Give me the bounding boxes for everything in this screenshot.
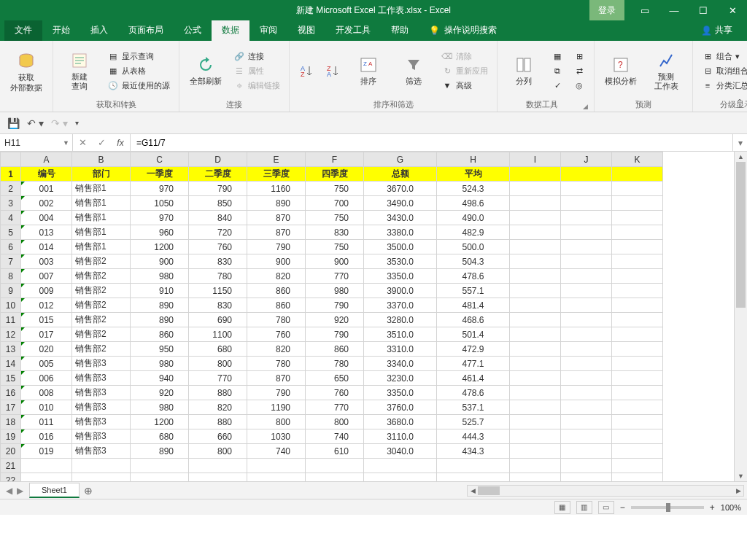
cell[interactable]: 780 — [247, 313, 306, 327]
cell[interactable]: 销售部2 — [72, 327, 131, 342]
cell[interactable] — [306, 459, 364, 473]
save-button[interactable]: 💾 — [7, 117, 20, 129]
cell[interactable] — [561, 371, 612, 386]
page-layout-view-button[interactable]: ▥ — [576, 501, 592, 514]
remove-duplicates-button[interactable]: ⧉ — [549, 64, 566, 77]
page-break-view-button[interactable]: ▭ — [598, 501, 614, 514]
zoom-level[interactable]: 100% — [721, 503, 741, 512]
cell[interactable]: 444.3 — [437, 429, 510, 444]
cell[interactable]: 700 — [306, 196, 364, 211]
group-button[interactable]: ⊞组合 ▾ — [699, 50, 747, 63]
cell[interactable]: 920 — [306, 313, 364, 327]
cell[interactable]: 980 — [131, 400, 189, 415]
row-header[interactable]: 18 — [1, 415, 21, 429]
cell[interactable]: 790 — [247, 240, 306, 254]
cell[interactable]: 003 — [21, 254, 72, 269]
cell[interactable]: 3110.0 — [364, 429, 437, 444]
cell[interactable] — [510, 254, 561, 269]
cell[interactable] — [612, 225, 663, 240]
cell[interactable] — [72, 473, 131, 482]
cell[interactable]: 790 — [306, 327, 364, 342]
scroll-down-icon[interactable]: ▼ — [735, 471, 747, 481]
cell[interactable]: 490.0 — [437, 211, 510, 225]
row-header[interactable]: 10 — [1, 298, 21, 313]
cell[interactable]: 780 — [306, 357, 364, 371]
cell[interactable] — [510, 211, 561, 225]
vertical-scrollbar[interactable]: ▲ ▼ — [734, 152, 747, 481]
spreadsheet-grid[interactable]: ABCDEFGHIJK1编号部门一季度二季度三季度四季度总额平均2001销售部1… — [0, 152, 747, 481]
cell[interactable]: 500.0 — [437, 240, 510, 254]
cell[interactable]: 830 — [306, 225, 364, 240]
row-header[interactable]: 11 — [1, 313, 21, 327]
cell[interactable]: 690 — [189, 313, 247, 327]
cell[interactable]: 3510.0 — [364, 327, 437, 342]
chevron-down-icon[interactable]: ▼ — [63, 139, 69, 147]
cell[interactable]: 477.1 — [437, 357, 510, 371]
clear-filter-button[interactable]: ⌫清除 — [438, 50, 491, 63]
cell[interactable] — [561, 386, 612, 400]
column-header[interactable]: K — [612, 152, 663, 167]
cell[interactable] — [612, 473, 663, 482]
cell[interactable]: 850 — [189, 196, 247, 211]
cell[interactable] — [510, 444, 561, 459]
cell[interactable]: 880 — [189, 415, 247, 429]
cell[interactable]: 840 — [189, 211, 247, 225]
cell[interactable]: 750 — [306, 240, 364, 254]
cell[interactable]: 013 — [21, 225, 72, 240]
cell[interactable]: 销售部1 — [72, 196, 131, 211]
new-query-button[interactable]: 新建 查询 — [59, 44, 100, 98]
formula-input[interactable] — [131, 134, 732, 151]
sheet-nav[interactable]: ◀▶ — [0, 486, 29, 496]
cell[interactable]: 3530.0 — [364, 254, 437, 269]
tab-file[interactable]: 文件 — [4, 20, 42, 41]
cell[interactable] — [561, 254, 612, 269]
cell[interactable]: 销售部2 — [72, 342, 131, 357]
consolidate-button[interactable]: ⊞ — [570, 50, 588, 63]
cell[interactable] — [437, 459, 510, 473]
cell[interactable]: 1200 — [131, 415, 189, 429]
cell[interactable] — [561, 444, 612, 459]
row-header[interactable]: 3 — [1, 196, 21, 211]
cell[interactable]: 860 — [131, 327, 189, 342]
cell[interactable]: 504.3 — [437, 254, 510, 269]
cell[interactable]: 478.6 — [437, 386, 510, 400]
cell[interactable]: 1160 — [247, 182, 306, 196]
cell[interactable]: 900 — [131, 254, 189, 269]
cell[interactable] — [561, 298, 612, 313]
cell[interactable]: 770 — [306, 269, 364, 284]
cell[interactable]: 1200 — [131, 240, 189, 254]
cell[interactable]: 790 — [306, 298, 364, 313]
column-header[interactable]: C — [131, 152, 189, 167]
row-header[interactable]: 2 — [1, 182, 21, 196]
ungroup-button[interactable]: ⊟取消组合 ▾ — [699, 64, 747, 77]
cancel-formula-button[interactable]: ✕ — [73, 137, 92, 148]
row-header[interactable]: 12 — [1, 327, 21, 342]
refresh-all-button[interactable]: 全部刷新 — [185, 44, 226, 98]
horizontal-scrollbar[interactable]: ◀ ▶ — [467, 485, 744, 497]
cell[interactable]: 860 — [247, 298, 306, 313]
cell[interactable] — [561, 400, 612, 415]
cell[interactable]: 销售部2 — [72, 298, 131, 313]
cell[interactable]: 平均 — [437, 167, 510, 182]
cell[interactable]: 3370.0 — [364, 298, 437, 313]
cell[interactable]: 870 — [247, 371, 306, 386]
cell[interactable] — [561, 196, 612, 211]
ribbon-options-icon[interactable]: ▭ — [630, 0, 659, 20]
cell[interactable]: 890 — [131, 298, 189, 313]
cell[interactable]: 销售部2 — [72, 313, 131, 327]
cell[interactable]: 820 — [247, 342, 306, 357]
sort-button[interactable]: ZA 排序 — [348, 44, 389, 98]
tab-layout[interactable]: 页面布局 — [118, 20, 174, 41]
cell[interactable] — [612, 284, 663, 298]
recent-sources-button[interactable]: 🕓最近使用的源 — [104, 79, 173, 92]
cell[interactable]: 610 — [306, 444, 364, 459]
cell[interactable]: 020 — [21, 342, 72, 357]
cell[interactable]: 750 — [306, 211, 364, 225]
cell[interactable]: 3760.0 — [364, 400, 437, 415]
cell[interactable] — [510, 313, 561, 327]
cell[interactable]: 680 — [189, 342, 247, 357]
row-header[interactable]: 9 — [1, 284, 21, 298]
cell[interactable]: 800 — [189, 357, 247, 371]
column-header[interactable]: E — [247, 152, 306, 167]
cell[interactable]: 434.3 — [437, 444, 510, 459]
